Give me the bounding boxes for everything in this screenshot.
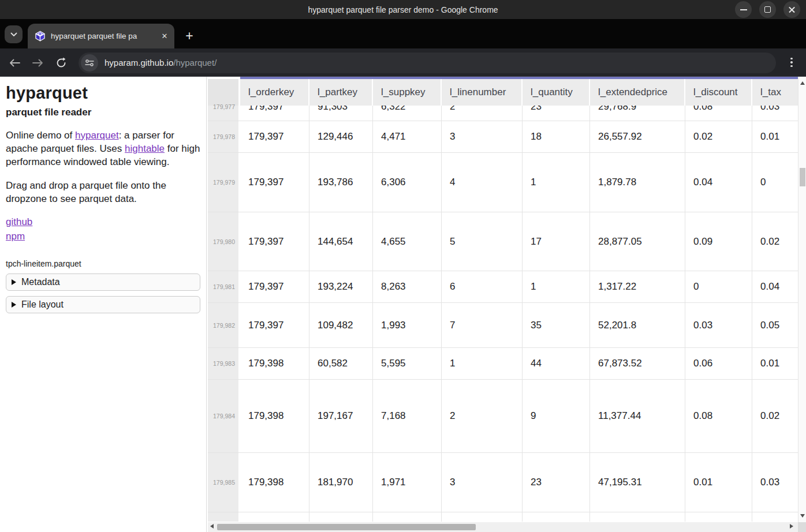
site-info-button[interactable] <box>81 54 98 72</box>
row-number[interactable]: 179,979 <box>208 153 240 212</box>
browser-window: hyparquet parquet file parser demo - Goo… <box>0 0 806 532</box>
reload-icon <box>56 58 66 68</box>
column-header-l-partkey[interactable]: l_partkey <box>309 79 373 106</box>
address-bar[interactable]: hyparam.github.io/hyparquet/ <box>79 53 776 73</box>
table-row[interactable]: 179,981 179,397 193,224 8,263 6 1 1,317.… <box>208 271 798 303</box>
row-number[interactable]: 179,978 <box>208 121 240 152</box>
minimize-icon <box>740 9 747 10</box>
scrollbar-corner <box>798 522 806 532</box>
window-controls <box>735 1 800 18</box>
maximize-icon <box>764 6 771 13</box>
row-number[interactable]: 179,985 <box>208 453 240 512</box>
hightable-link[interactable]: hightable <box>125 143 165 154</box>
chrome-menu-button[interactable] <box>783 54 800 70</box>
table-row-partial-bottom[interactable] <box>208 512 798 522</box>
column-header-l-suppkey[interactable]: l_suppkey <box>373 79 442 106</box>
tab-strip: hyparquet parquet file pa ✕ + <box>0 19 806 48</box>
window-title: hyparquet parquet file parser demo - Goo… <box>308 5 498 14</box>
scroll-left-arrow-icon[interactable] <box>210 524 214 529</box>
url-host: hyparam.github.io <box>105 58 173 68</box>
site-settings-sliders-icon <box>85 59 94 67</box>
minimize-button[interactable] <box>735 1 752 18</box>
page-title: hyparquet <box>6 84 200 103</box>
reload-button[interactable] <box>52 54 70 72</box>
scroll-right-arrow-icon[interactable] <box>790 524 793 529</box>
metadata-label: Metadata <box>21 277 60 287</box>
table-header-row: l_orderkey l_partkey l_suppkey l_linenum… <box>208 79 798 106</box>
close-button[interactable] <box>783 1 800 18</box>
forward-arrow-icon <box>32 59 43 67</box>
github-link[interactable]: github <box>6 216 32 227</box>
table-row[interactable]: 179,980 179,397 144,654 4,655 5 17 28,87… <box>208 212 798 271</box>
row-number[interactable]: 179,983 <box>208 348 240 379</box>
new-tab-button[interactable]: + <box>181 27 198 44</box>
column-header-l-extendedprice[interactable]: l_extendedprice <box>590 79 685 106</box>
parquet-filename: tpch-lineitem.parquet <box>6 259 200 268</box>
table-row[interactable]: 179,979 179,397 193,786 6,306 4 1 1,879.… <box>208 153 798 212</box>
tab-search-button[interactable] <box>5 25 23 43</box>
chevron-down-icon <box>10 32 17 37</box>
npm-link[interactable]: npm <box>6 231 25 242</box>
hyparquet-link[interactable]: hyparquet <box>75 130 119 141</box>
table-body: 179,977 179,397 91,303 6,322 2 23 29,768… <box>208 106 798 522</box>
row-number[interactable]: 179,977 <box>208 106 240 121</box>
sidebar: hyparquet parquet file reader Online dem… <box>0 77 207 532</box>
window-titlebar: hyparquet parquet file parser demo - Goo… <box>0 0 806 19</box>
horizontal-scrollbar-thumb[interactable] <box>217 524 476 530</box>
vertical-scrollbar[interactable] <box>798 77 806 522</box>
browser-tab[interactable]: hyparquet parquet file pa ✕ <box>28 24 174 48</box>
maximize-button[interactable] <box>759 1 776 18</box>
metadata-accordion[interactable]: Metadata <box>6 274 200 291</box>
table-row[interactable]: 179,983 179,398 60,582 5,595 1 44 67,873… <box>208 348 798 380</box>
table-row[interactable]: 179,978 179,397 129,446 4,471 3 18 26,55… <box>208 121 798 153</box>
row-number[interactable]: 179,984 <box>208 380 240 452</box>
url-text[interactable]: hyparam.github.io/hyparquet/ <box>105 58 217 68</box>
file-layout-accordion[interactable]: File layout <box>6 296 200 313</box>
caret-right-icon <box>12 279 16 285</box>
row-number[interactable]: 179,982 <box>208 303 240 347</box>
kebab-menu-icon <box>790 58 792 59</box>
row-number[interactable]: 179,980 <box>208 212 240 271</box>
vertical-scrollbar-thumb[interactable] <box>800 168 805 186</box>
intro-paragraph: Online demo of hyparquet: a parser for a… <box>6 129 200 168</box>
row-number[interactable]: 179,981 <box>208 271 240 302</box>
column-header-l-orderkey[interactable]: l_orderkey <box>240 79 309 106</box>
caret-right-icon <box>12 302 16 308</box>
column-header-l-discount[interactable]: l_discount <box>685 79 752 106</box>
back-arrow-icon <box>9 59 20 67</box>
table-corner-cell <box>208 79 238 106</box>
scroll-up-arrow-icon[interactable] <box>800 81 805 85</box>
table-row[interactable]: 179,984 179,398 197,167 7,168 2 9 11,377… <box>208 380 798 453</box>
table-row-partial[interactable]: 179,977 179,397 91,303 6,322 2 23 29,768… <box>208 106 798 121</box>
column-header-l-linenumber[interactable]: l_linenumber <box>442 79 523 106</box>
back-button[interactable] <box>6 54 24 72</box>
table-row[interactable]: 179,982 179,397 109,482 1,993 7 35 52,20… <box>208 303 798 348</box>
file-layout-label: File layout <box>21 299 64 310</box>
parquet-data-table: l_orderkey l_partkey l_suppkey l_linenum… <box>208 77 798 522</box>
horizontal-scrollbar[interactable] <box>208 522 798 532</box>
column-header-l-quantity[interactable]: l_quantity <box>523 79 590 106</box>
scroll-down-arrow-icon[interactable] <box>800 514 805 518</box>
forward-button[interactable] <box>29 54 47 72</box>
tab-title: hyparquet parquet file pa <box>51 31 156 42</box>
table-row[interactable]: 179,985 179,398 181,970 1,971 3 23 47,19… <box>208 453 798 512</box>
hyparquet-favicon-cube-icon <box>35 31 46 42</box>
dropzone-instructions: Drag and drop a parquet file onto the dr… <box>6 179 200 205</box>
url-path: /hyparquet/ <box>173 58 217 68</box>
browser-toolbar: hyparam.github.io/hyparquet/ <box>0 48 806 77</box>
tab-close-button[interactable]: ✕ <box>159 31 170 42</box>
column-header-l-tax[interactable]: l_tax <box>752 79 798 106</box>
page-subtitle: parquet file reader <box>6 107 200 118</box>
close-icon <box>788 6 796 13</box>
